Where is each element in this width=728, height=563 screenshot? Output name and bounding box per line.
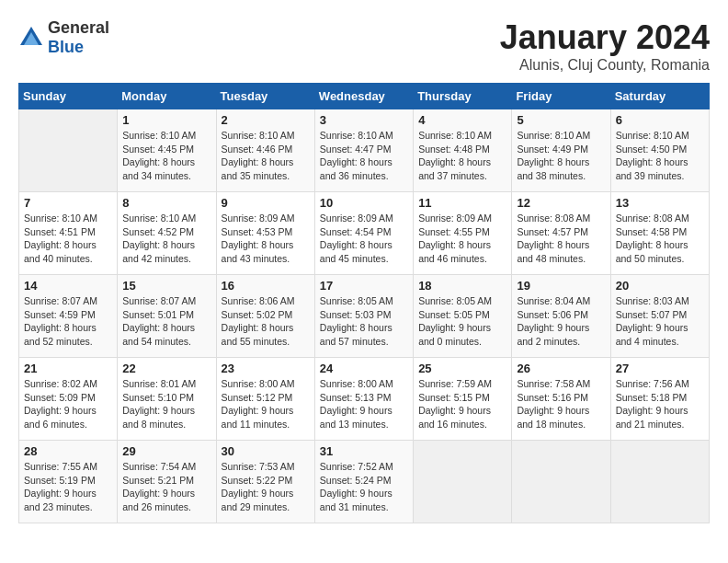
calendar-cell: 13Sunrise: 8:08 AMSunset: 4:58 PMDayligh… — [610, 192, 709, 275]
day-number: 6 — [616, 113, 704, 127]
day-number: 20 — [616, 279, 704, 293]
calendar-cell: 9Sunrise: 8:09 AMSunset: 4:53 PMDaylight… — [216, 192, 314, 275]
calendar-week-row: 21Sunrise: 8:02 AMSunset: 5:09 PMDayligh… — [19, 358, 710, 441]
calendar-week-row: 7Sunrise: 8:10 AMSunset: 4:51 PMDaylight… — [19, 192, 710, 275]
weekday-header-tuesday: Tuesday — [216, 84, 314, 109]
calendar-cell: 31Sunrise: 7:52 AMSunset: 5:24 PMDayligh… — [314, 441, 413, 523]
day-detail: Sunrise: 7:54 AMSunset: 5:21 PMDaylight:… — [122, 461, 196, 512]
day-number: 19 — [517, 279, 605, 293]
logo: General Blue — [18, 18, 109, 57]
calendar-week-row: 1Sunrise: 8:10 AMSunset: 4:45 PMDaylight… — [19, 109, 710, 192]
day-number: 22 — [122, 362, 210, 375]
day-detail: Sunrise: 7:58 AMSunset: 5:16 PMDaylight:… — [517, 378, 590, 430]
calendar-cell: 29Sunrise: 7:54 AMSunset: 5:21 PMDayligh… — [118, 441, 216, 523]
day-detail: Sunrise: 8:08 AMSunset: 4:57 PMDaylight:… — [517, 213, 590, 264]
calendar-cell — [19, 109, 118, 192]
day-detail: Sunrise: 8:10 AMSunset: 4:48 PMDaylight:… — [418, 130, 492, 181]
weekday-header-wednesday: Wednesday — [314, 84, 413, 109]
day-detail: Sunrise: 8:10 AMSunset: 4:47 PMDaylight:… — [320, 130, 393, 181]
weekday-header-saturday: Saturday — [610, 84, 709, 109]
calendar-cell: 14Sunrise: 8:07 AMSunset: 4:59 PMDayligh… — [19, 275, 118, 358]
day-detail: Sunrise: 8:03 AMSunset: 5:07 PMDaylight:… — [616, 295, 689, 347]
month-title: January 2024 — [500, 18, 710, 57]
day-detail: Sunrise: 8:02 AMSunset: 5:09 PMDaylight:… — [24, 378, 97, 430]
day-detail: Sunrise: 8:00 AMSunset: 5:13 PMDaylight:… — [320, 378, 393, 430]
day-detail: Sunrise: 8:10 AMSunset: 4:49 PMDaylight:… — [517, 130, 590, 181]
calendar-cell: 19Sunrise: 8:04 AMSunset: 5:06 PMDayligh… — [512, 275, 610, 358]
day-number: 10 — [320, 196, 408, 210]
calendar-cell: 21Sunrise: 8:02 AMSunset: 5:09 PMDayligh… — [19, 358, 118, 441]
day-detail: Sunrise: 8:09 AMSunset: 4:54 PMDaylight:… — [320, 213, 393, 264]
day-number: 27 — [616, 362, 704, 375]
day-number: 2 — [222, 113, 310, 127]
calendar-cell: 28Sunrise: 7:55 AMSunset: 5:19 PMDayligh… — [19, 441, 118, 523]
calendar-cell: 3Sunrise: 8:10 AMSunset: 4:47 PMDaylight… — [314, 109, 413, 192]
calendar-cell: 23Sunrise: 8:00 AMSunset: 5:12 PMDayligh… — [216, 358, 314, 441]
calendar-cell: 7Sunrise: 8:10 AMSunset: 4:51 PMDaylight… — [19, 192, 118, 275]
day-detail: Sunrise: 7:53 AMSunset: 5:22 PMDaylight:… — [222, 461, 295, 512]
page-header: General Blue January 2024 Alunis, Cluj C… — [18, 18, 710, 74]
logo-blue: Blue — [48, 38, 84, 56]
day-number: 30 — [222, 444, 310, 458]
calendar-cell: 20Sunrise: 8:03 AMSunset: 5:07 PMDayligh… — [610, 275, 709, 358]
day-number: 29 — [122, 444, 210, 458]
day-number: 15 — [122, 279, 210, 293]
calendar-cell: 16Sunrise: 8:06 AMSunset: 5:02 PMDayligh… — [216, 275, 314, 358]
day-detail: Sunrise: 8:10 AMSunset: 4:50 PMDaylight:… — [616, 130, 689, 181]
calendar-cell: 27Sunrise: 7:56 AMSunset: 5:18 PMDayligh… — [610, 358, 709, 441]
day-number: 21 — [24, 362, 112, 375]
day-detail: Sunrise: 8:07 AMSunset: 5:01 PMDaylight:… — [122, 295, 196, 347]
calendar-cell — [414, 441, 512, 523]
day-detail: Sunrise: 8:05 AMSunset: 5:03 PMDaylight:… — [320, 295, 393, 347]
calendar-cell: 10Sunrise: 8:09 AMSunset: 4:54 PMDayligh… — [314, 192, 413, 275]
calendar-cell: 2Sunrise: 8:10 AMSunset: 4:46 PMDaylight… — [216, 109, 314, 192]
calendar-cell: 11Sunrise: 8:09 AMSunset: 4:55 PMDayligh… — [414, 192, 512, 275]
calendar-cell: 25Sunrise: 7:59 AMSunset: 5:15 PMDayligh… — [414, 358, 512, 441]
day-number: 31 — [320, 444, 408, 458]
day-detail: Sunrise: 8:10 AMSunset: 4:52 PMDaylight:… — [122, 213, 196, 264]
day-detail: Sunrise: 8:09 AMSunset: 4:55 PMDaylight:… — [418, 213, 492, 264]
calendar-cell: 12Sunrise: 8:08 AMSunset: 4:57 PMDayligh… — [512, 192, 610, 275]
title-section: January 2024 Alunis, Cluj County, Romani… — [500, 18, 710, 74]
weekday-header-sunday: Sunday — [19, 84, 118, 109]
day-detail: Sunrise: 8:10 AMSunset: 4:51 PMDaylight:… — [24, 213, 97, 264]
day-number: 9 — [222, 196, 310, 210]
calendar-cell: 22Sunrise: 8:01 AMSunset: 5:10 PMDayligh… — [118, 358, 216, 441]
logo-icon — [18, 25, 44, 51]
day-detail: Sunrise: 8:06 AMSunset: 5:02 PMDaylight:… — [222, 295, 295, 347]
calendar-cell: 1Sunrise: 8:10 AMSunset: 4:45 PMDaylight… — [118, 109, 216, 192]
day-detail: Sunrise: 8:00 AMSunset: 5:12 PMDaylight:… — [222, 378, 295, 430]
day-detail: Sunrise: 7:59 AMSunset: 5:15 PMDaylight:… — [418, 378, 492, 430]
calendar-cell: 24Sunrise: 8:00 AMSunset: 5:13 PMDayligh… — [314, 358, 413, 441]
day-detail: Sunrise: 8:09 AMSunset: 4:53 PMDaylight:… — [222, 213, 295, 264]
day-detail: Sunrise: 8:01 AMSunset: 5:10 PMDaylight:… — [122, 378, 196, 430]
calendar-week-row: 14Sunrise: 8:07 AMSunset: 4:59 PMDayligh… — [19, 275, 710, 358]
day-detail: Sunrise: 7:55 AMSunset: 5:19 PMDaylight:… — [24, 461, 97, 512]
day-number: 14 — [24, 279, 112, 293]
calendar-cell: 17Sunrise: 8:05 AMSunset: 5:03 PMDayligh… — [314, 275, 413, 358]
location-subtitle: Alunis, Cluj County, Romania — [500, 57, 710, 74]
calendar-cell — [512, 441, 610, 523]
calendar-cell: 8Sunrise: 8:10 AMSunset: 4:52 PMDaylight… — [118, 192, 216, 275]
calendar-cell: 4Sunrise: 8:10 AMSunset: 4:48 PMDaylight… — [414, 109, 512, 192]
day-number: 8 — [122, 196, 210, 210]
calendar-cell: 5Sunrise: 8:10 AMSunset: 4:49 PMDaylight… — [512, 109, 610, 192]
calendar-cell: 18Sunrise: 8:05 AMSunset: 5:05 PMDayligh… — [414, 275, 512, 358]
day-number: 18 — [418, 279, 506, 293]
day-number: 12 — [517, 196, 605, 210]
day-detail: Sunrise: 8:05 AMSunset: 5:05 PMDaylight:… — [418, 295, 492, 347]
calendar-table: SundayMondayTuesdayWednesdayThursdayFrid… — [18, 83, 710, 523]
day-number: 28 — [24, 444, 112, 458]
day-detail: Sunrise: 8:04 AMSunset: 5:06 PMDaylight:… — [517, 295, 590, 347]
weekday-header-thursday: Thursday — [414, 84, 512, 109]
logo-general: General — [48, 18, 109, 37]
day-detail: Sunrise: 7:56 AMSunset: 5:18 PMDaylight:… — [616, 378, 689, 430]
day-number: 5 — [517, 113, 605, 127]
calendar-cell: 26Sunrise: 7:58 AMSunset: 5:16 PMDayligh… — [512, 358, 610, 441]
day-number: 13 — [616, 196, 704, 210]
day-number: 25 — [418, 362, 506, 375]
calendar-cell: 30Sunrise: 7:53 AMSunset: 5:22 PMDayligh… — [216, 441, 314, 523]
day-number: 17 — [320, 279, 408, 293]
day-number: 23 — [222, 362, 310, 375]
day-number: 16 — [222, 279, 310, 293]
